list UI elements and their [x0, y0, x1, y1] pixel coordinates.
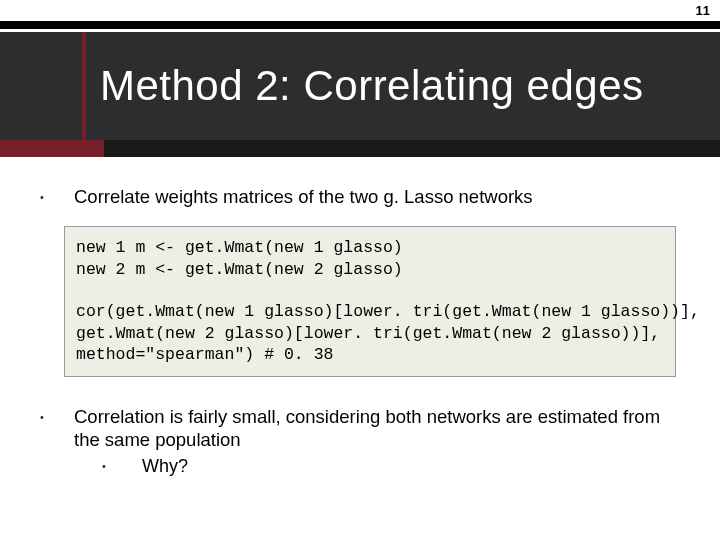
bullet-text-2-main: Correlation is fairly small, considering… [74, 406, 660, 450]
sub-bullet-text: Why? [142, 455, 188, 478]
bullet-text-1: Correlate weights matrices of the two g.… [74, 185, 533, 208]
title-band: Method 2: Correlating edges [0, 32, 720, 140]
code-block: new 1 m <- get.Wmat(new 1 glasso) new 2 … [64, 226, 676, 377]
under-band-accent-left [0, 140, 104, 157]
slide-title: Method 2: Correlating edges [100, 62, 643, 110]
bullet-item-2: • Correlation is fairly small, consideri… [40, 405, 680, 478]
page-number: 11 [696, 3, 710, 18]
sub-bullet-marker: • [102, 455, 142, 478]
code-line-2: new 2 m <- get.Wmat(new 2 glasso) [76, 260, 403, 279]
sub-bullet-item: • Why? [102, 455, 680, 478]
code-line-5: method="spearman") # 0. 38 [76, 345, 333, 364]
bullet-marker: • [40, 185, 74, 208]
top-bar [0, 21, 720, 29]
code-line-4: get.Wmat(new 2 glasso)[lower. tri(get.Wm… [76, 324, 660, 343]
code-line-3: cor(get.Wmat(new 1 glasso)[lower. tri(ge… [76, 302, 700, 321]
title-accent-left [82, 32, 86, 140]
content-area: • Correlate weights matrices of the two … [40, 185, 680, 478]
bullet-item-1: • Correlate weights matrices of the two … [40, 185, 680, 208]
code-line-1: new 1 m <- get.Wmat(new 1 glasso) [76, 238, 403, 257]
bullet-text-2: Correlation is fairly small, considering… [74, 405, 680, 478]
bullet-marker: • [40, 405, 74, 478]
under-band-accent-right [104, 140, 720, 157]
